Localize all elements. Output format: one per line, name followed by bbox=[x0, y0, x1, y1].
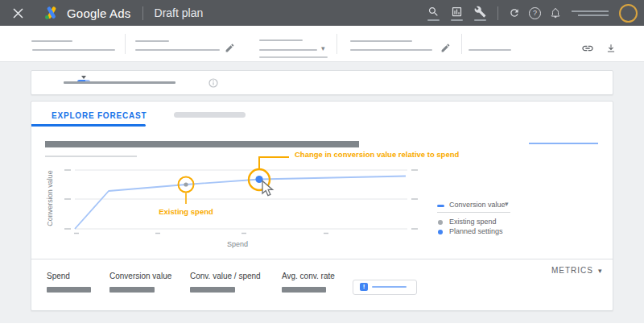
planned-settings-handle[interactable] bbox=[255, 176, 262, 183]
metric-label: Avg. conv. rate bbox=[282, 272, 335, 280]
tools-button[interactable] bbox=[473, 6, 487, 21]
toolbar-divider bbox=[125, 34, 126, 54]
close-button[interactable] bbox=[8, 3, 27, 23]
metric-value-placeholder bbox=[109, 287, 155, 293]
existing-spend-point bbox=[184, 182, 188, 186]
chart-report-icon bbox=[451, 6, 463, 18]
topbar-divider bbox=[142, 6, 143, 20]
field-label-placeholder bbox=[259, 39, 303, 41]
change-in-value-annotation: Change in conversion value relative to s… bbox=[295, 150, 459, 159]
field-underline-placeholder bbox=[259, 56, 328, 58]
metric-label: Spend bbox=[47, 272, 70, 280]
change-callout-line bbox=[259, 157, 289, 168]
slider-handle-icon bbox=[81, 76, 86, 79]
brand-name: Google Ads bbox=[67, 6, 131, 20]
pencil-icon bbox=[225, 43, 235, 53]
metric-value-placeholder bbox=[190, 287, 235, 293]
toolbar-divider bbox=[336, 34, 337, 54]
plan-summary-card bbox=[31, 70, 613, 95]
reports-button[interactable] bbox=[449, 6, 464, 21]
legend-selector-underline bbox=[437, 212, 510, 213]
metrics-button-label: METRICS bbox=[551, 266, 593, 275]
axis-ticks bbox=[64, 170, 418, 234]
search-underline bbox=[427, 19, 440, 21]
existing-spend-annotation: Existing spend bbox=[146, 207, 226, 216]
series-line-swatch bbox=[437, 205, 444, 207]
legend-series-selector[interactable]: Conversion value bbox=[449, 201, 506, 209]
refresh-icon bbox=[509, 7, 520, 19]
field-label-placeholder bbox=[350, 40, 412, 42]
edit-button[interactable] bbox=[440, 43, 451, 53]
tab-placeholder[interactable] bbox=[174, 112, 246, 118]
tools-underline bbox=[474, 19, 486, 21]
avatar[interactable] bbox=[619, 4, 638, 23]
topbar-divider bbox=[497, 6, 498, 20]
bell-icon bbox=[550, 7, 561, 19]
field-label-placeholder bbox=[135, 40, 169, 42]
help-button[interactable]: ? bbox=[529, 7, 541, 19]
metric-chip[interactable]: ! bbox=[353, 280, 417, 295]
edit-button[interactable] bbox=[225, 43, 235, 53]
field-value-placeholder bbox=[469, 49, 511, 51]
legend-caret-icon[interactable]: ▾ bbox=[505, 200, 509, 208]
dropdown-caret-icon[interactable]: ▾ bbox=[321, 44, 325, 52]
refresh-button[interactable] bbox=[509, 7, 520, 19]
link-icon bbox=[581, 42, 594, 55]
account-info-placeholder bbox=[572, 10, 609, 16]
metric-label: Conv. value / spend bbox=[190, 272, 261, 280]
field-value-placeholder bbox=[350, 49, 432, 51]
forecast-card: EXPLORE FORECAST Conversion value Spend bbox=[31, 101, 613, 311]
toolbar-divider bbox=[461, 34, 462, 54]
metrics-separator bbox=[31, 259, 613, 259]
placeholder-line bbox=[578, 15, 609, 16]
field-value-placeholder bbox=[259, 49, 317, 51]
planned-settings-dot-icon bbox=[438, 230, 443, 234]
question-mark-icon: ? bbox=[533, 10, 537, 17]
field-label-placeholder bbox=[31, 40, 72, 42]
page-title: Draft plan bbox=[155, 6, 204, 19]
top-app-bar: Google Ads Draft plan bbox=[0, 0, 644, 26]
search-icon bbox=[427, 6, 440, 18]
download-button[interactable] bbox=[605, 43, 617, 54]
legend-planned-settings: Planned settings bbox=[449, 227, 503, 235]
metrics-caret-icon: ▾ bbox=[598, 267, 603, 275]
info-icon bbox=[208, 78, 218, 88]
google-ads-logo bbox=[43, 5, 60, 21]
reports-underline bbox=[451, 19, 463, 21]
metric-value-placeholder bbox=[282, 287, 326, 293]
search-button[interactable] bbox=[426, 6, 440, 21]
wrench-icon bbox=[474, 6, 486, 18]
link-text-placeholder bbox=[529, 143, 598, 144]
forecast-chart bbox=[37, 150, 436, 251]
summary-text-placeholder bbox=[64, 81, 175, 84]
gridlines bbox=[75, 170, 407, 229]
existing-spend-dot-icon bbox=[438, 220, 443, 225]
field-value-placeholder bbox=[135, 49, 220, 51]
metric-label: Conversion value bbox=[109, 272, 171, 280]
legend-existing-spend: Existing spend bbox=[449, 218, 497, 226]
conversion-value-line bbox=[75, 176, 406, 230]
alert-badge-icon: ! bbox=[360, 283, 368, 291]
field-value-placeholder bbox=[32, 49, 115, 51]
metrics-dropdown-button[interactable]: METRICS ▾ bbox=[551, 266, 603, 275]
tab-explore-forecast[interactable]: EXPLORE FORECAST bbox=[52, 111, 147, 120]
plan-settings-toolbar: ▾ bbox=[0, 26, 644, 62]
notifications-button[interactable] bbox=[550, 7, 561, 19]
cursor-pointer-icon bbox=[262, 181, 273, 196]
close-icon bbox=[13, 8, 23, 19]
topbar-actions: ? bbox=[426, 4, 638, 23]
active-tab-indicator bbox=[31, 124, 146, 127]
download-icon bbox=[605, 43, 617, 54]
draft-plan-page: Google Ads Draft plan bbox=[0, 0, 644, 332]
metric-value-placeholder bbox=[47, 287, 91, 293]
placeholder-line bbox=[572, 10, 609, 12]
chart-title-placeholder bbox=[45, 141, 359, 147]
page-bottom-strip bbox=[0, 323, 644, 332]
info-button[interactable] bbox=[208, 78, 218, 88]
pencil-icon bbox=[440, 43, 451, 53]
share-link-button[interactable] bbox=[581, 42, 594, 55]
chip-value-placeholder bbox=[372, 286, 407, 288]
